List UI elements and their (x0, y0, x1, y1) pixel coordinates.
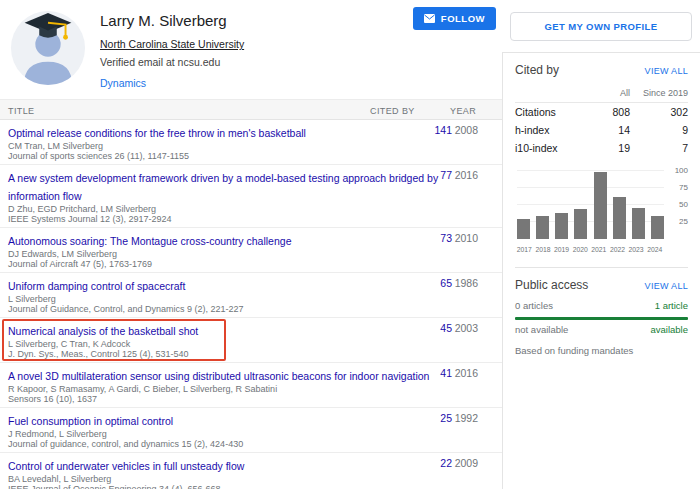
articles-not-available-count: 0 articles (515, 300, 553, 311)
public-access-section: Public access VIEW ALL 0 articles 1 arti… (515, 267, 688, 356)
y-axis-tick-label: 75 (679, 183, 688, 192)
profile-name: Larry M. Silverberg (100, 12, 244, 29)
avatar-image (10, 10, 86, 86)
affiliation-link[interactable]: North Carolina State University (100, 38, 244, 50)
metrics-header-row: All Since 2019 (515, 85, 688, 103)
profile-header: Larry M. Silverberg North Carolina State… (0, 0, 502, 99)
publication-authors: BA Levedahl, L Silverberg (8, 474, 448, 484)
gridline (517, 187, 664, 188)
publication-authors: L Silverberg (8, 294, 448, 304)
sidebar: GET MY OWN PROFILE Cited by VIEW ALL All… (502, 0, 700, 489)
interests: Dynamics (100, 73, 244, 91)
publication-venue: IEEE Journal of Oceanic Engineering 34 (… (8, 484, 448, 489)
publication-info: Optimal release conditions for the free … (8, 123, 448, 161)
publication-venue: J. Dyn. Sys., Meas., Control 125 (4), 53… (8, 349, 448, 359)
x-axis-tick-label: 2024 (645, 246, 664, 253)
available-label: available (651, 324, 689, 335)
publication-row: Fuel consumption in optimal control J Re… (0, 408, 502, 453)
x-axis-tick-label: 2017 (515, 246, 534, 253)
affiliation: North Carolina State University (100, 34, 244, 52)
publication-venue: Journal of sports sciences 26 (11), 1147… (8, 151, 448, 161)
metric-value-all[interactable]: 14 (584, 124, 630, 136)
metric-row: Citations 808 302 (515, 103, 688, 121)
publication-year: 2016 (440, 367, 478, 379)
citation-bar-2022[interactable] (613, 197, 626, 239)
citation-bar-2023[interactable] (632, 208, 645, 239)
availability-bar (515, 317, 688, 320)
column-header-year[interactable]: YEAR (450, 106, 476, 116)
interest-link-dynamics[interactable]: Dynamics (100, 77, 146, 89)
publications-list: Optimal release conditions for the free … (0, 120, 502, 489)
public-access-counts: 0 articles 1 article (515, 300, 688, 311)
citation-bar-2019[interactable] (555, 213, 568, 239)
metric-value-since[interactable]: 9 (630, 124, 688, 136)
publication-row: Autonomous soaring: The Montague cross-c… (0, 228, 502, 273)
x-axis-tick-label: 2020 (571, 246, 590, 253)
publication-info: A new system development framework drive… (8, 168, 448, 224)
publication-title-link[interactable]: A novel 3D multilateration sensor using … (8, 370, 429, 382)
column-header-cited-by[interactable]: CITED BY (370, 106, 415, 116)
metric-row: i10-index 19 7 (515, 139, 688, 157)
citation-bar-2017[interactable] (517, 219, 530, 239)
publication-info: Uniform damping control of spacecraft L … (8, 276, 448, 314)
profile-info: Larry M. Silverberg North Carolina State… (100, 10, 244, 91)
publication-info: Autonomous soaring: The Montague cross-c… (8, 231, 448, 269)
cited-by-header: Cited by VIEW ALL (515, 63, 688, 77)
column-header-title[interactable]: TITLE (8, 106, 35, 116)
cited-by-section: Cited by VIEW ALL All Since 2019 Citatio… (515, 63, 688, 253)
publication-title-link[interactable]: Uniform damping control of spacecraft (8, 280, 185, 292)
articles-available-count: 1 article (655, 300, 688, 311)
publication-title-link[interactable]: Numerical analysis of the basketball sho… (8, 325, 198, 337)
public-access-header: Public access VIEW ALL (515, 278, 688, 292)
follow-label: FOLLOW (441, 13, 485, 24)
envelope-icon (424, 14, 435, 23)
scholar-profile-page: Larry M. Silverberg North Carolina State… (0, 0, 700, 489)
publications-table-header: TITLE CITED BY YEAR (0, 99, 502, 120)
publication-venue: IEEE Systems Journal 12 (3), 2917-2924 (8, 214, 448, 224)
avatar[interactable] (10, 10, 86, 86)
citation-bar-2018[interactable] (536, 216, 549, 239)
metric-value-all[interactable]: 19 (584, 142, 630, 154)
publication-year: 2016 (440, 169, 478, 181)
publication-venue: Journal of Aircraft 47 (5), 1763-1769 (8, 259, 448, 269)
x-axis-tick-label: 2023 (627, 246, 646, 253)
publication-year: 1986 (440, 277, 478, 289)
chart-plot-area (517, 171, 664, 239)
publication-info: A novel 3D multilateration sensor using … (8, 366, 448, 404)
follow-button[interactable]: FOLLOW (413, 7, 496, 30)
x-axis-tick-label: 2022 (608, 246, 627, 253)
citation-bar-2024[interactable] (651, 216, 664, 239)
funding-mandates-note: Based on funding mandates (515, 345, 688, 356)
publication-title-link[interactable]: Fuel consumption in optimal control (8, 415, 173, 427)
get-profile-area: GET MY OWN PROFILE (502, 0, 700, 52)
publication-title-link[interactable]: Optimal release conditions for the free … (8, 127, 306, 139)
get-my-own-profile-button[interactable]: GET MY OWN PROFILE (510, 12, 692, 41)
public-access-view-all-link[interactable]: VIEW ALL (645, 281, 688, 291)
publication-authors: D Zhu, EGD Pritchard, LM Silverberg (8, 204, 448, 214)
metric-value-since[interactable]: 302 (630, 106, 688, 118)
metrics-header-spacer (515, 88, 584, 98)
cited-by-view-all-link[interactable]: VIEW ALL (645, 66, 688, 76)
publication-title-link[interactable]: Autonomous soaring: The Montague cross-c… (8, 235, 291, 247)
public-access-title: Public access (515, 278, 588, 292)
metric-value-all[interactable]: 808 (584, 106, 630, 118)
metric-label: h-index (515, 124, 584, 136)
metric-value-since[interactable]: 7 (630, 142, 688, 154)
citation-bar-2021[interactable] (594, 172, 607, 239)
citation-bar-2020[interactable] (574, 209, 587, 239)
publication-title-link[interactable]: A new system development framework drive… (8, 172, 438, 202)
x-axis-tick-label: 2019 (552, 246, 571, 253)
chart-y-axis: 255075100 (668, 171, 688, 239)
publication-title-link[interactable]: Control of underwater vehicles in full u… (8, 460, 244, 472)
metric-row: h-index 14 9 (515, 121, 688, 139)
publication-venue: Sensors 16 (10), 1637 (8, 394, 448, 404)
publication-year: 2008 (440, 124, 478, 136)
publication-row: Optimal release conditions for the free … (0, 120, 502, 165)
publication-row: Control of underwater vehicles in full u… (0, 453, 502, 489)
publication-info: Control of underwater vehicles in full u… (8, 456, 448, 489)
publication-venue: Journal of guidance, control, and dynami… (8, 439, 448, 449)
cited-by-title: Cited by (515, 63, 559, 77)
publication-authors: CM Tran, LM Silverberg (8, 141, 448, 151)
publication-authors: DJ Edwards, LM Silverberg (8, 249, 448, 259)
publication-year: 1992 (440, 412, 478, 424)
